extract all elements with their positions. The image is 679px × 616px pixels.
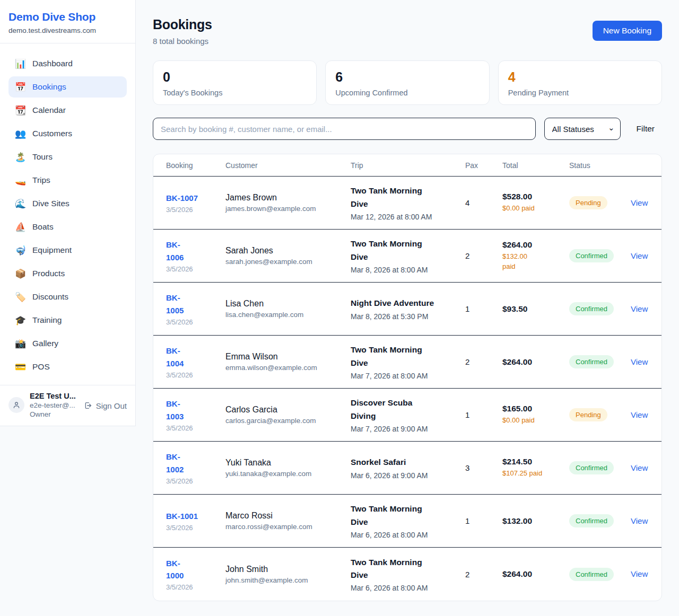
sign-out-button[interactable]: Sign Out [84,401,127,410]
table-body: BK-1007 3/5/2026 James Brown james.brown… [153,177,661,601]
pax-value: 2 [465,251,502,260]
view-link[interactable]: View [631,569,648,578]
sidebar-item-label: Calendar [32,105,66,115]
status-cell: Confirmed [569,461,631,474]
sidebar-item-calendar[interactable]: 📆 Calendar [8,100,127,121]
booking-cell: BK- 1002 3/5/2026 [166,451,225,485]
sidebar-item-dashboard[interactable]: 📊 Dashboard [8,53,127,74]
total-value: $264.00 [502,240,569,250]
user-info: E2E Test U... e2e-tester@... Owner [30,392,79,418]
sidebar-item-dive-sites[interactable]: 🌊 Dive Sites [8,193,127,214]
view-link[interactable]: View [631,463,648,472]
sidebar-item-label: Training [32,315,62,325]
booking-date: 3/5/2026 [166,477,225,485]
sidebar-item-label: Discounts [32,292,68,302]
sidebar-item-label: Trips [32,175,50,185]
customer-email: lisa.chen@example.com [225,311,351,319]
stat-label: Today's Bookings [163,89,307,97]
status-cell: Pending [569,196,631,209]
pax-value: 2 [465,570,502,579]
search-input[interactable] [153,118,536,140]
sidebar-item-bookings[interactable]: 📅 Bookings [8,76,127,98]
bookings-table: Booking Customer Trip Pax Total Status B… [153,154,662,601]
stat-card: 0 Today's Bookings [153,60,317,105]
sidebar-item-products[interactable]: 📦 Products [8,263,127,284]
booking-number-link[interactable]: BK- 1003 [166,399,184,420]
sidebar-item-training[interactable]: 🎓 Training [8,310,127,331]
total-value: $214.50 [502,457,569,467]
sidebar-item-pos[interactable]: 💳 POS [8,356,127,377]
shop-name[interactable]: Demo Dive Shop [8,11,127,23]
booking-date: 3/5/2026 [166,371,225,379]
booking-row: BK-1001 3/5/2026 Marco Rossi marco.rossi… [153,495,661,548]
booking-date: 3/5/2026 [166,318,225,326]
booking-date: 3/5/2026 [166,265,225,273]
status-cell: Confirmed [569,355,631,368]
booking-number-link[interactable]: BK-1007 [166,193,198,203]
booking-number-link[interactable]: BK- 1002 [166,452,184,473]
main-content: Bookings 8 total bookings New Booking 0 … [136,0,679,616]
actions-cell: View [631,304,649,314]
booking-cell: BK- 1003 3/5/2026 [166,398,225,432]
status-filter-select[interactable]: All Statuses [544,118,621,140]
trip-name: Discover Scuba Diving [351,397,465,422]
trip-cell: Two Tank Morning Dive Mar 7, 2026 at 8:0… [351,344,465,380]
booking-number-link[interactable]: BK- 1004 [166,346,184,367]
actions-cell: View [631,251,649,261]
sidebar-item-discounts[interactable]: 🏷️ Discounts [8,286,127,307]
trip-name: Two Tank Morning Dive [351,237,465,263]
column-header-status: Status [569,161,631,170]
sidebar-item-tours[interactable]: 🏝️ Tours [8,146,127,168]
booking-number-link[interactable]: BK-1001 [166,512,198,521]
page-title-block: Bookings 8 total bookings [153,17,212,46]
filter-button[interactable]: Filter [629,124,662,134]
total-cell: $264.00 $132.00 paid [502,240,569,271]
total-value: $132.00 [502,516,569,526]
status-badge: Confirmed [569,355,614,368]
customer-email: marco.rossi@example.com [225,523,351,531]
booking-row: BK- 1002 3/5/2026 Yuki Tanaka yuki.tanak… [153,442,661,495]
view-link[interactable]: View [631,251,648,260]
view-link[interactable]: View [631,410,648,419]
trip-cell: Two Tank Morning Dive Mar 12, 2026 at 8:… [351,184,465,221]
booking-date: 3/5/2026 [166,206,225,214]
sidebar-item-boats[interactable]: ⛵ Boats [8,216,127,237]
booking-date: 3/5/2026 [166,524,225,532]
total-cell: $214.50 $107.25 paid [502,457,569,478]
sidebar-item-equipment[interactable]: 🤿 Equipment [8,240,127,261]
brand: Demo Dive Shop demo.test.divestreams.com [0,0,135,43]
page-subtitle: 8 total bookings [153,37,212,46]
diving-mask-icon: 🤿 [15,245,25,256]
shop-domain: demo.test.divestreams.com [8,27,127,34]
sidebar-item-customers[interactable]: 👥 Customers [8,123,127,144]
customer-email: james.brown@example.com [225,205,351,213]
booking-number-link[interactable]: BK- 1005 [166,293,184,314]
pax-value: 1 [465,410,502,419]
people-icon: 👥 [15,128,25,139]
sidebar-item-label: Products [32,269,65,278]
sidebar-item-label: Bookings [32,82,66,92]
customer-name: Sarah Jones [225,246,351,256]
customer-name: James Brown [225,193,351,203]
trip-datetime: Mar 6, 2026 at 8:00 AM [351,584,465,592]
view-link[interactable]: View [631,516,648,525]
booking-number-link[interactable]: BK- 1006 [166,240,184,261]
sidebar-item-gallery[interactable]: 📸 Gallery [8,333,127,354]
new-booking-button[interactable]: New Booking [593,21,662,41]
sidebar-item-trips[interactable]: 🚤 Trips [8,170,127,191]
actions-cell: View [631,410,649,420]
sidebar-item-label: Dashboard [32,59,73,68]
pax-value: 4 [465,198,502,207]
paid-value: $107.25 paid [502,469,569,478]
view-link[interactable]: View [631,357,648,366]
booking-row: BK- 1006 3/5/2026 Sarah Jones sarah.jone… [153,230,661,283]
actions-cell: View [631,516,649,526]
booking-date: 3/5/2026 [166,424,225,432]
status-badge: Pending [569,196,607,209]
view-link[interactable]: View [631,304,648,313]
total-value: $264.00 [502,569,569,579]
status-cell: Pending [569,408,631,421]
trip-cell: Discover Scuba Diving Mar 7, 2026 at 9:0… [351,397,465,433]
booking-number-link[interactable]: BK- 1000 [166,559,184,580]
view-link[interactable]: View [631,198,648,207]
